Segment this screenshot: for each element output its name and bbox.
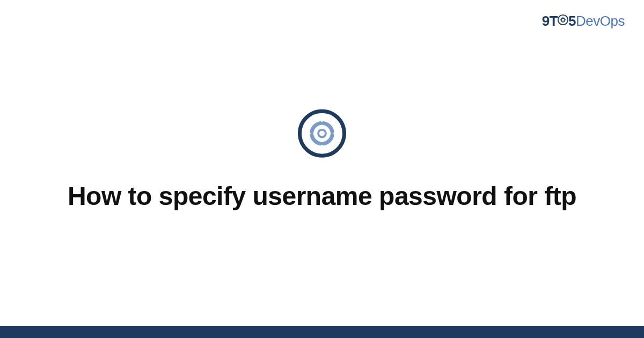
logo-devops: DevOps — [576, 13, 625, 29]
gear-circle-icon — [298, 109, 346, 158]
svg-point-1 — [561, 18, 565, 21]
logo-nine: 9 — [542, 13, 550, 29]
svg-point-2 — [318, 130, 326, 137]
gear-icon — [557, 13, 569, 30]
site-logo: 9T 5DevOps — [542, 13, 625, 31]
main-content: How to specify username password for ftp — [0, 109, 644, 212]
logo-five: 5 — [568, 13, 576, 29]
page-title: How to specify username password for ftp — [0, 180, 644, 212]
logo-t: T — [550, 13, 558, 29]
bottom-bar — [0, 326, 644, 338]
svg-point-0 — [558, 14, 568, 24]
